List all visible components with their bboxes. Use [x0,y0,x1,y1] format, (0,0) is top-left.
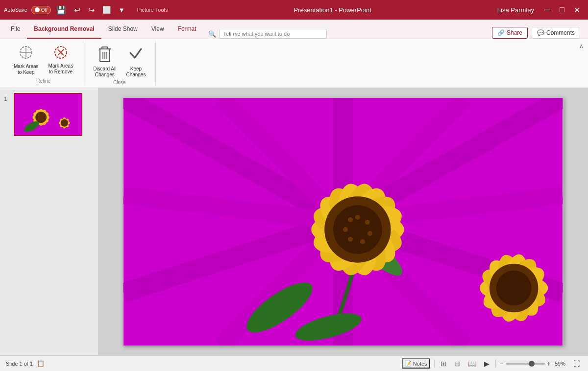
toggle-circle-off [35,7,40,12]
zoom-slider[interactable] [506,363,545,365]
search-icon: 🔍 [208,30,216,38]
slide-show-icon[interactable]: ▶ [482,359,491,369]
svg-point-56 [360,239,365,244]
status-divider-2 [495,360,496,368]
close-group-label: Close [113,80,126,87]
ribbon-collapse-button[interactable]: ∧ [576,41,586,51]
slide-canvas[interactable] [122,97,564,346]
autosave-state: Off [41,7,48,13]
svg-point-57 [348,237,353,242]
slide-item-1[interactable]: 1 [4,93,94,136]
svg-point-68 [496,271,532,306]
app-context-label: Picture Tools [137,7,168,13]
search-input[interactable] [219,29,327,39]
slide-panel: 1 [0,88,98,355]
ribbon-content: Mark Areasto Keep Mark Areasto Remove Re… [0,39,588,88]
ribbon-right: 🔗 Share 💬 Comments [492,27,584,39]
svg-point-59 [348,217,353,222]
comments-label: Comments [546,29,575,36]
discard-label: Discard AllChanges [93,66,116,78]
share-icon: 🔗 [497,29,505,36]
share-button[interactable]: 🔗 Share [492,27,528,39]
svg-point-19 [35,112,47,123]
tab-file[interactable]: File [4,20,27,39]
svg-point-58 [343,227,348,232]
svg-point-54 [365,220,370,225]
redo-icon[interactable]: ↪ [86,4,97,16]
tab-slide-show[interactable]: Slide Show [101,20,145,39]
mark-remove-icon [53,45,68,62]
main-area: 1 [0,88,588,355]
mark-keep-button[interactable]: Mark Areasto Keep [10,43,43,77]
title-bar: AutoSave Off 💾 ↩ ↪ ⬜ ▼ Picture Tools Pre… [0,0,588,20]
canvas-area[interactable] [98,88,588,355]
app-title: Presentation1 - PowerPoint [168,6,497,14]
mark-keep-icon [19,45,33,62]
customize-icon[interactable]: ▼ [116,5,127,15]
ribbon-group-refine: Mark Areasto Keep Mark Areasto Remove Re… [4,41,83,86]
comments-icon: 💬 [537,29,544,36]
search-bar: 🔍 [203,29,492,39]
discard-icon [98,45,112,65]
status-divider-1 [434,360,435,368]
save-icon[interactable]: 💾 [54,4,69,16]
notes-button[interactable]: 📝 Notes [402,358,430,369]
slide-edit-icon[interactable]: 📋 [37,360,45,367]
slide-info: Slide 1 of 1 [6,361,33,367]
ribbon-group-refine-items: Mark Areasto Keep Mark Areasto Remove [10,41,77,78]
status-right: 📝 Notes ⊞ ⊟ 📖 ▶ − + 59% ⛶ [402,358,582,369]
slide-thumbnail-bg [15,94,81,135]
comments-button[interactable]: 💬 Comments [532,27,580,39]
tab-view[interactable]: View [145,20,171,39]
mark-keep-label: Mark Areasto Keep [14,64,39,75]
user-name: Lisa Parmley [497,6,534,14]
normal-view-icon[interactable]: ⊞ [439,359,448,369]
autosave-toggle[interactable]: Off [31,6,51,14]
slide-thumb-1[interactable] [14,93,82,136]
reading-view-icon[interactable]: 📖 [466,359,478,369]
notes-label: Notes [413,361,427,367]
keep-label: KeepChanges [126,66,146,78]
share-label: Share [507,29,522,36]
tab-format[interactable]: Format [171,20,203,39]
slide-number-1: 1 [4,96,11,102]
notes-icon: 📝 [405,360,412,367]
close-button[interactable]: ✕ [569,2,584,17]
fit-to-window-icon[interactable]: ⛶ [571,359,582,369]
refine-group-label: Refine [36,78,50,86]
restore-button[interactable]: □ [555,2,569,17]
slide-image [123,98,563,346]
ribbon-tabs: File Background Removal Slide Show View … [0,20,588,39]
titlebar-left: AutoSave Off 💾 ↩ ↪ ⬜ ▼ [4,4,127,16]
status-bar: Slide 1 of 1 📋 📝 Notes ⊞ ⊟ 📖 ▶ − + 59% ⛶ [0,355,588,371]
zoom-plus-button[interactable]: + [547,360,551,368]
autosave-label: AutoSave [4,7,27,13]
keep-icon [128,45,143,65]
svg-point-53 [355,215,360,220]
mark-remove-button[interactable]: Mark Areasto Remove [45,43,77,77]
svg-point-24 [61,119,68,127]
svg-point-52 [333,205,382,254]
discard-changes-button[interactable]: Discard AllChanges [89,43,120,80]
zoom-control: − + 59% [500,360,567,368]
presentation-mode-icon[interactable]: ⬜ [100,5,113,15]
slide-sorter-icon[interactable]: ⊟ [452,359,462,369]
zoom-minus-button[interactable]: − [500,360,504,368]
zoom-thumb [529,361,535,367]
mark-remove-label: Mark Areasto Remove [49,63,74,75]
ribbon-group-close-items: Discard AllChanges KeepChanges [89,41,149,80]
keep-changes-button[interactable]: KeepChanges [122,43,149,80]
undo-icon[interactable]: ↩ [72,4,83,16]
zoom-level: 59% [553,360,567,368]
minimize-button[interactable]: ─ [540,2,555,17]
svg-point-55 [368,231,372,236]
tab-background-removal[interactable]: Background Removal [27,20,101,39]
ribbon-group-close: Discard AllChanges KeepChanges Close [83,41,156,86]
